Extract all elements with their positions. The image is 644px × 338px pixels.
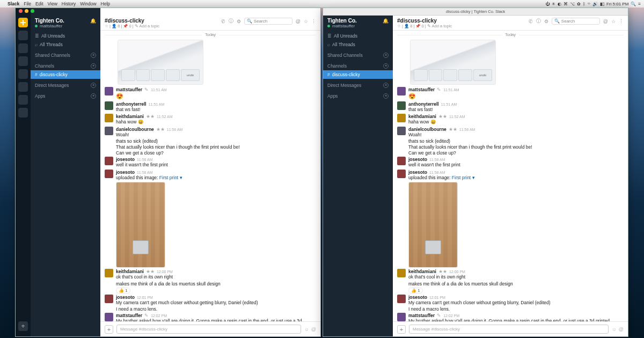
- author[interactable]: anthonyterrell: [116, 101, 147, 107]
- avatar[interactable]: [105, 157, 113, 165]
- attachment-name[interactable]: First print ▾: [159, 175, 182, 180]
- avatar[interactable]: [105, 114, 113, 122]
- author[interactable]: mattstauffer: [116, 313, 142, 318]
- close-window-icon[interactable]: [19, 9, 23, 13]
- avatar[interactable]: [105, 101, 113, 110]
- sidebar-channel-active[interactable]: #discuss-clicky: [323, 70, 393, 79]
- avatar[interactable]: [397, 87, 406, 95]
- member-count[interactable]: 8: [410, 24, 412, 28]
- star-icon[interactable]: ☆: [105, 24, 108, 28]
- mentions-icon[interactable]: @: [296, 19, 301, 24]
- sidebar-shared-channels[interactable]: Shared Channels+: [323, 51, 393, 60]
- add-app-icon[interactable]: +: [383, 93, 389, 99]
- avatar[interactable]: [105, 269, 113, 277]
- avatar[interactable]: [397, 295, 406, 303]
- avatar[interactable]: [397, 157, 406, 165]
- channel-title[interactable]: #discuss-clicky: [105, 18, 159, 24]
- status-icon[interactable]: ⏻: [545, 2, 550, 6]
- notifications-bell-icon[interactable]: 🔔: [90, 18, 96, 24]
- author[interactable]: mattstauffer: [408, 313, 435, 318]
- info-icon[interactable]: ⓘ: [536, 18, 541, 25]
- author[interactable]: mattstauffer: [116, 87, 142, 92]
- star-list-icon[interactable]: ☆: [304, 19, 308, 24]
- current-user[interactable]: mattstauffer: [40, 24, 62, 28]
- battery-icon[interactable]: ▮▯: [600, 2, 604, 6]
- avatar[interactable]: [397, 313, 406, 321]
- author[interactable]: josesoto: [116, 170, 135, 175]
- pin-count[interactable]: 0: [129, 24, 131, 28]
- phone-icon[interactable]: ✆: [221, 19, 225, 24]
- team-name[interactable]: Tighten Co.: [327, 18, 357, 24]
- add-workspace-button[interactable]: +: [18, 321, 28, 331]
- notifications-icon[interactable]: ≡: [638, 2, 641, 6]
- menubar-clock[interactable]: Fri 5:01 PM: [606, 2, 628, 6]
- menubar-item[interactable]: View: [48, 1, 57, 6]
- menubar-app[interactable]: Slack: [8, 1, 19, 6]
- add-dm-icon[interactable]: +: [91, 83, 96, 88]
- channel-title[interactable]: #discuss-clicky: [397, 18, 452, 24]
- workspace-item[interactable]: [18, 69, 28, 79]
- author[interactable]: keithdamiani: [116, 114, 144, 119]
- sidebar-channels-header[interactable]: Channels+: [323, 62, 393, 70]
- composer-input[interactable]: Message #discuss-clicky: [116, 325, 301, 334]
- sidebar-channels-header[interactable]: Channels+: [31, 62, 100, 70]
- avatar[interactable]: [105, 127, 113, 135]
- mention-icon[interactable]: @: [311, 327, 316, 332]
- zoom-window-icon[interactable]: [31, 9, 34, 13]
- add-dm-icon[interactable]: +: [383, 83, 389, 88]
- pin-count[interactable]: 0: [422, 24, 424, 28]
- avatar[interactable]: [397, 114, 406, 122]
- sidebar-apps-header[interactable]: Apps+: [31, 92, 100, 100]
- menubar-item[interactable]: Window: [80, 1, 96, 6]
- author[interactable]: keithdamiani: [116, 269, 144, 274]
- author[interactable]: mattstauffer: [408, 87, 435, 92]
- menubar-item[interactable]: File: [24, 1, 31, 6]
- avatar[interactable]: [397, 269, 406, 277]
- info-icon[interactable]: ⓘ: [229, 18, 233, 25]
- emoji-picker-icon[interactable]: ☺: [304, 327, 309, 332]
- sidebar-all-unreads[interactable]: ≣All Unreads: [323, 32, 393, 40]
- author[interactable]: josesoto: [116, 157, 135, 162]
- workspace-item[interactable]: [18, 43, 28, 53]
- attachment-name[interactable]: First print ▾: [452, 175, 475, 180]
- current-user[interactable]: mattstauffer: [332, 24, 355, 28]
- mention-icon[interactable]: @: [619, 327, 624, 332]
- sidebar-shared-channels[interactable]: Shared Channels+: [31, 51, 100, 60]
- team-name[interactable]: Tighten Co.: [35, 18, 64, 24]
- menubar-item[interactable]: History: [62, 1, 76, 6]
- composer-input[interactable]: Message #discuss-clicky: [409, 325, 609, 334]
- add-topic-link[interactable]: Add a topic: [140, 24, 160, 28]
- wifi-icon[interactable]: ⌔: [588, 2, 590, 6]
- avatar[interactable]: [105, 87, 113, 95]
- avatar[interactable]: [397, 101, 406, 110]
- add-topic-link[interactable]: Add a topic: [432, 24, 452, 28]
- attach-button[interactable]: +: [105, 325, 113, 334]
- add-channel-icon[interactable]: +: [383, 63, 389, 69]
- status-icon[interactable]: ✳︎: [552, 2, 555, 6]
- menubar-item[interactable]: Edit: [35, 1, 43, 6]
- star-icon[interactable]: ☆: [397, 24, 401, 28]
- sidebar-dms-header[interactable]: Direct Messages+: [323, 81, 393, 90]
- status-icon[interactable]: ◐: [558, 2, 561, 6]
- workspace-item[interactable]: [18, 31, 28, 40]
- status-icon[interactable]: ⌘: [564, 2, 568, 6]
- reaction-chip[interactable]: 👍 1: [116, 288, 130, 293]
- sidebar-apps-header[interactable]: Apps+: [323, 92, 393, 100]
- emoji-picker-icon[interactable]: ☺: [612, 327, 617, 332]
- message-list[interactable]: undo mattstauffer ✎ 11:51 AM 😍 anthonyte…: [100, 39, 320, 321]
- bluetooth-icon[interactable]: ᛒ: [583, 2, 586, 6]
- minimize-window-icon[interactable]: [25, 9, 28, 13]
- status-icon[interactable]: ⌥: [570, 2, 575, 6]
- sidebar-all-threads[interactable]: ⌕All Threads: [31, 40, 100, 49]
- search-input[interactable]: 🔍Search: [244, 18, 292, 25]
- workspace-item[interactable]: [18, 56, 28, 66]
- author[interactable]: josesoto: [408, 157, 427, 162]
- sidebar-channel-active[interactable]: #discuss-clicky: [31, 70, 100, 79]
- workspace-item[interactable]: [18, 82, 28, 92]
- reaction-chip[interactable]: 👍 1: [408, 288, 423, 293]
- image-attachment-firstprint[interactable]: [116, 182, 165, 268]
- more-icon[interactable]: ⋮: [311, 19, 316, 24]
- settings-gear-icon[interactable]: ⚙: [544, 19, 548, 24]
- author[interactable]: josesoto: [408, 170, 427, 175]
- phone-icon[interactable]: ✆: [529, 19, 533, 24]
